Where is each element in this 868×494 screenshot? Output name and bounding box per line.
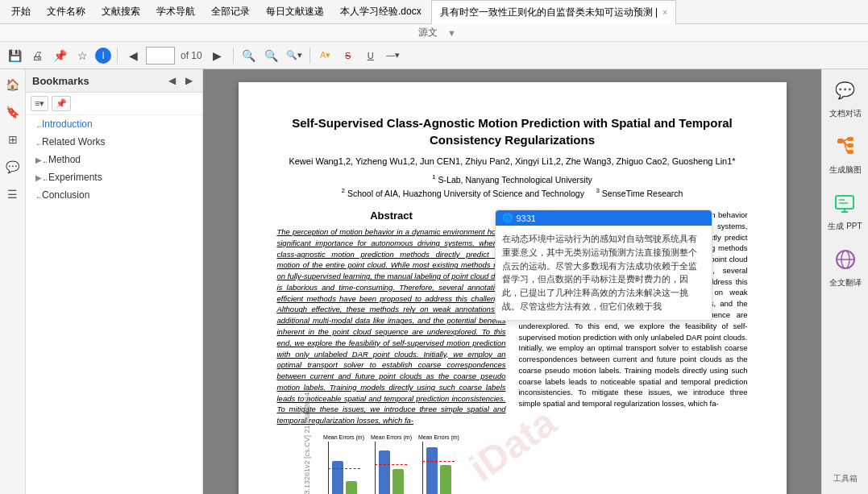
source-label[interactable]: 源文	[412, 24, 444, 41]
svg-rect-7	[836, 196, 853, 209]
bar-ours-static	[346, 481, 357, 494]
sidebar-header-buttons: ◀ ▶	[165, 74, 196, 87]
sep2	[233, 48, 234, 64]
left-column: Abstract The perception of motion behavi…	[277, 210, 506, 494]
menu-doc[interactable]: 本人学习经验.docx	[332, 2, 430, 22]
chart-slow: Mean Errors (m) (b) Slow	[371, 434, 412, 494]
sidebar-collapse-btn[interactable]: ◀	[165, 74, 179, 87]
bar-ours-slow	[392, 469, 404, 494]
menu-records[interactable]: 全部记录	[203, 2, 258, 22]
bar-pillarmotion-slow	[379, 450, 390, 494]
dashed-line-slow	[375, 464, 407, 465]
chart-fast-bars	[422, 442, 455, 494]
charts-section: Mean Errors (m) (a) Static	[277, 434, 506, 494]
paper-affiliations: 1 S-Lab, Nanyang Technological Universit…	[277, 172, 748, 201]
dashed-line-static	[328, 468, 360, 469]
paper-tab[interactable]: 具有时空一致性正则化的自监督类未知可运动预测 | ×	[431, 0, 676, 24]
bookmark-list: . . Introduction . . Related Works ▶ . .…	[26, 115, 202, 494]
svg-rect-3	[847, 150, 853, 154]
toolbox-label[interactable]: 工具箱	[830, 470, 861, 488]
document-area[interactable]: arXiv:2403.13261v2 [cs.CV] 21 Mar 2024 i…	[203, 69, 821, 494]
method-expand-icon[interactable]: ▶	[35, 156, 42, 164]
sidebar-expand-btn[interactable]: ▶	[182, 74, 196, 87]
tool-mindmap[interactable]: 生成脑图	[829, 132, 862, 176]
translation-number: 9331	[517, 214, 536, 223]
menu-filename[interactable]: 文件名称	[39, 2, 93, 22]
chart-static-title: Mean Errors (m)	[323, 434, 364, 440]
sidebar-pin-btn[interactable]: 📌	[52, 96, 71, 111]
bookmark-method-label: . Method	[43, 154, 81, 165]
arxiv-stamp: arXiv:2403.13261v2 [cs.CV] 21 Mar 2024	[302, 392, 310, 494]
chart-slow-title: Mean Errors (m)	[371, 434, 412, 440]
zoom-out-btn[interactable]: 🔍	[239, 46, 259, 65]
bar-ours-fast	[440, 465, 451, 494]
two-column-layout: Abstract The perception of motion behavi…	[277, 210, 748, 494]
bar-pillarmotion-fast	[426, 447, 438, 494]
bookmark-method[interactable]: ▶ . . Method	[26, 151, 202, 168]
prev-page-btn[interactable]: ◀	[123, 46, 143, 65]
star-btn[interactable]: ☆	[73, 46, 92, 65]
save-btn[interactable]: 💾	[5, 46, 24, 65]
menu-start[interactable]: 开始	[3, 2, 39, 22]
bookmarks-sidebar: Bookmarks ◀ ▶ ≡▾ 📌 . . Introduction . . …	[26, 69, 203, 494]
sidebar-comment-btn[interactable]: 💬	[2, 156, 23, 177]
chart-fast-title: Mean Errors (m)	[418, 434, 459, 440]
svg-rect-0	[837, 139, 844, 143]
source-bar: 源文 ▼	[0, 24, 868, 42]
ppt-label: 生成 PPT	[828, 221, 862, 232]
right-column: In autonomous driving systems, the perce…	[519, 210, 748, 494]
next-page-btn[interactable]: ▶	[208, 46, 227, 65]
sidebar-home-btn[interactable]: 🏠	[2, 74, 23, 95]
sidebar-thumb-btn[interactable]: ⊞	[2, 129, 23, 150]
abstract-title: Abstract	[277, 210, 506, 222]
page-number-input[interactable]: 1	[146, 47, 175, 64]
underline-btn[interactable]: U	[361, 46, 380, 65]
zoom-options-btn[interactable]: 🔍▾	[284, 46, 304, 65]
tool-translate[interactable]: 全文翻译	[829, 245, 862, 289]
tool-ppt[interactable]: 生成 PPT	[828, 189, 862, 232]
paper-tab-close[interactable]: ×	[662, 8, 667, 17]
bookmark-btn[interactable]: 📌	[50, 46, 69, 65]
bookmark-related-works[interactable]: . . Related Works	[26, 133, 202, 151]
chart-fast: Mean Errors (m) (c) Fast	[418, 434, 459, 494]
body-text-area: In autonomous driving systems, the perce…	[519, 210, 748, 409]
dashed-line-fast	[422, 461, 455, 462]
translate-icon	[831, 245, 860, 274]
info-btn[interactable]: i	[95, 48, 111, 64]
tool-chat[interactable]: 💬 文档对话	[829, 76, 862, 119]
sidebar-bookmark-btn[interactable]: 🔖	[2, 102, 23, 122]
translate-label: 全文翻译	[829, 277, 862, 289]
chat-label: 文档对话	[829, 108, 862, 119]
paper-tab-label: 具有时空一致性正则化的自监督类未知可运动预测 |	[440, 6, 658, 19]
translation-popup-header: 🌐 9331	[496, 210, 712, 226]
sep1	[117, 48, 118, 64]
paper-authors: Kewei Wang1,2, Yizheng Wu1,2, Jun CEN1, …	[277, 155, 748, 169]
sidebar-view-btn[interactable]: ≡▾	[31, 96, 48, 111]
bookmark-introduction[interactable]: . . Introduction	[26, 115, 202, 133]
svg-rect-1	[847, 137, 853, 141]
zoom-in-btn[interactable]: 🔍	[262, 46, 281, 65]
paper-title: Self-Supervised Class-Agnostic Motion Pr…	[277, 114, 748, 148]
bookmark-conclusion-label: . Conclusion	[36, 189, 89, 201]
chart-slow-bars	[375, 442, 407, 494]
translation-popup-body: 在动态环境中运动行为的感知对自动驾驶系统具有重要意义，其中无类别运动预测方法直接…	[496, 226, 712, 320]
experiments-expand-icon[interactable]: ▶	[35, 173, 42, 182]
bookmark-conclusion[interactable]: . . Conclusion	[26, 186, 202, 204]
ppt-icon	[830, 189, 859, 218]
menu-search[interactable]: 文献搜索	[93, 2, 148, 22]
menu-daily[interactable]: 每日文献速递	[258, 2, 332, 22]
chat-icon: 💬	[831, 76, 860, 105]
highlight-btn[interactable]: A▾	[316, 46, 335, 65]
text-color-btn[interactable]: —▾	[384, 46, 403, 65]
bookmark-experiments[interactable]: ▶ . . Experiments	[26, 168, 202, 186]
right-sidebar: 💬 文档对话 生成脑图	[821, 69, 868, 494]
sep3	[309, 48, 310, 64]
chart-static: Mean Errors (m) (a) Static	[323, 434, 364, 494]
menu-nav[interactable]: 学术导航	[148, 2, 203, 22]
sidebar-layers-btn[interactable]: ☰	[2, 184, 23, 205]
strikethrough-btn[interactable]: S	[338, 46, 358, 65]
print-btn[interactable]: 🖨	[27, 46, 47, 65]
bar-pillarmotion-static	[332, 461, 343, 494]
mindmap-icon	[831, 132, 860, 161]
bookmark-introduction-label: . Introduction	[36, 118, 92, 130]
